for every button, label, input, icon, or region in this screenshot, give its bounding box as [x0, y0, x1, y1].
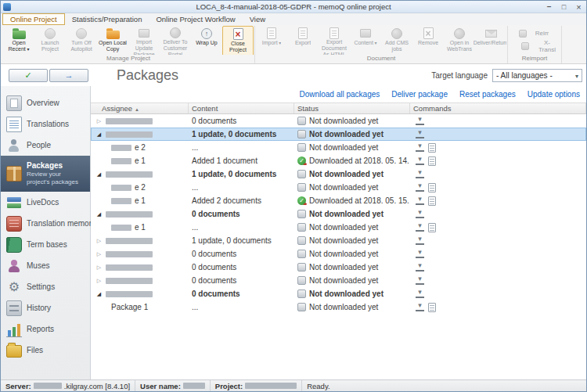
expand-toggle-icon[interactable]	[95, 251, 103, 257]
table-row[interactable]: 1 update, 0 documentsNot downloaded yet	[91, 234, 586, 247]
download-package-icon[interactable]	[415, 223, 425, 232]
sidebar-item-settings[interactable]: Settings	[1, 276, 90, 297]
download-package-icon[interactable]	[415, 290, 425, 299]
table-row[interactable]: e 1Added 2 documentsDownloaded at 2018. …	[91, 194, 586, 207]
sidebar-item-files[interactable]: Files	[1, 340, 90, 361]
collapse-toggle-icon[interactable]	[95, 291, 103, 297]
ribbon-group-label: Reimport	[509, 55, 560, 63]
blue-arrow-button[interactable]	[49, 69, 88, 82]
ribbon-button-open-in-webtrans[interactable]: Open in WebTrans	[444, 26, 475, 55]
commands-cell	[410, 196, 586, 206]
ribbon-button-deliver-to-customer-portal[interactable]: Deliver To Customer Portal	[160, 26, 191, 55]
ribbon-button-open-local-copy[interactable]: Open Local Copy	[97, 26, 128, 55]
link-reset-packages[interactable]: Reset packages	[459, 90, 516, 99]
ribbon-button-add-cms-jobs[interactable]: Add CMS jobs	[381, 26, 412, 55]
delivery-log-icon[interactable]	[428, 143, 436, 153]
ribbon-button-close-project[interactable]: Close Project	[222, 26, 254, 55]
ribbon-button-reimport[interactable]: Reimport	[510, 28, 552, 39]
table-row[interactable]: 0 documentsNot downloaded yet	[91, 287, 586, 300]
table-row[interactable]: 0 documentsNot downloaded yet	[91, 207, 586, 221]
download-package-icon[interactable]	[415, 156, 425, 166]
download-package-icon[interactable]	[415, 117, 425, 126]
table-row[interactable]: Package 1...Not downloaded yet	[91, 300, 586, 314]
download-package-icon[interactable]	[415, 170, 425, 179]
collapse-toggle-icon[interactable]	[95, 211, 103, 217]
expand-toggle-icon[interactable]	[95, 278, 103, 283]
table-header: AssigneeContentStatusCommands	[91, 102, 586, 114]
target-language-select[interactable]: - All languages -	[492, 69, 582, 82]
table-row[interactable]: e 1Added 1 documentDownloaded at 2018. 0…	[91, 154, 586, 167]
delivery-log-icon[interactable]	[428, 303, 436, 312]
tab-online-project[interactable]: Online Project	[2, 13, 65, 25]
download-package-icon[interactable]	[415, 143, 425, 153]
expand-toggle-icon[interactable]	[95, 118, 103, 124]
minimize-icon[interactable]	[542, 1, 556, 13]
ribbon-button-launch-project[interactable]: Launch Project	[34, 26, 66, 55]
ribbon-button-turn-off-autopilot[interactable]: Turn Off Autopilot	[66, 26, 97, 55]
tab-view[interactable]: View	[243, 13, 272, 25]
sidebar-item-translations[interactable]: Translations	[1, 113, 90, 135]
sidebar-item-term-bases[interactable]: Term bases	[1, 234, 90, 255]
ribbon-button-label: Launch Project	[34, 40, 66, 52]
download-package-icon[interactable]	[415, 303, 425, 312]
sidebar-item-overview[interactable]: Overview	[1, 92, 90, 113]
green-check-button[interactable]	[9, 69, 48, 82]
ribbon-button-deliver-return[interactable]: Deliver/Return	[475, 26, 506, 55]
download-package-icon[interactable]	[415, 250, 425, 259]
tab-online-project-workflow[interactable]: Online Project Workflow	[149, 13, 242, 25]
ribbon-button-import-update-package[interactable]: Import Update Package	[128, 26, 160, 55]
table-row[interactable]: 0 documentsNot downloaded yet	[91, 274, 586, 287]
ribbon-button-import[interactable]: Import	[256, 26, 287, 55]
sidebar-item-livedocs[interactable]: LiveDocs	[1, 192, 90, 213]
link-update-options[interactable]: Update options	[528, 90, 580, 99]
download-package-icon[interactable]	[415, 263, 425, 272]
table-row[interactable]: 0 documentsNot downloaded yet	[91, 114, 586, 128]
sidebar-item-history[interactable]: History	[1, 297, 90, 318]
table-row[interactable]: e 2...Not downloaded yet	[91, 141, 586, 154]
sidebar-item-muses[interactable]: Muses	[1, 255, 90, 276]
delivery-log-icon[interactable]	[428, 196, 436, 206]
download-package-icon[interactable]	[415, 130, 425, 139]
download-package-icon[interactable]	[415, 210, 425, 219]
close-icon[interactable]	[571, 1, 586, 13]
ribbon-button-export[interactable]: Export	[287, 26, 319, 55]
ribbon-button-x-translate[interactable]: X-Translate	[510, 41, 559, 52]
collapse-toggle-icon[interactable]	[95, 171, 103, 177]
ribbon-button-open-recent[interactable]: Open Recent	[3, 26, 34, 55]
download-package-icon[interactable]	[415, 236, 425, 246]
table-row[interactable]: e 2...Not downloaded yet	[91, 181, 586, 194]
delivery-log-icon[interactable]	[428, 183, 436, 192]
table-row[interactable]: 1 update, 0 documentsNot downloaded yet	[91, 167, 586, 181]
ribbon-button-label: Reimport	[535, 30, 549, 37]
table-row[interactable]: 0 documentsNot downloaded yet	[91, 261, 586, 274]
column-header-content[interactable]: Content	[189, 103, 294, 113]
expand-toggle-icon[interactable]	[95, 238, 103, 243]
ribbon-button-remove[interactable]: Remove	[412, 26, 444, 55]
download-package-icon[interactable]	[415, 196, 425, 206]
redacted-text	[111, 225, 131, 231]
sidebar-item-packages[interactable]: PackagesReview your project's packages	[1, 156, 90, 192]
expand-toggle-icon[interactable]	[95, 264, 103, 270]
link-deliver-package[interactable]: Deliver package	[391, 90, 448, 99]
download-package-icon[interactable]	[415, 183, 425, 192]
ribbon-button-content[interactable]: Content	[350, 26, 381, 55]
delivery-log-icon[interactable]	[428, 156, 436, 166]
download-package-icon[interactable]	[415, 276, 425, 286]
table-row[interactable]: e 1...Not downloaded yet	[91, 221, 586, 234]
collapse-toggle-icon[interactable]	[95, 131, 103, 137]
table-row[interactable]: 0 documentsNot downloaded yet	[91, 247, 586, 261]
maximize-icon[interactable]	[556, 1, 571, 13]
link-download-all-packages[interactable]: Download all packages	[299, 90, 380, 99]
sidebar-item-translation-memories[interactable]: Translation memories	[1, 213, 90, 234]
column-header-assignee[interactable]: Assignee	[91, 103, 189, 113]
ribbon-button-wrap-up[interactable]: Wrap Up	[191, 26, 222, 55]
ribbon-button-export-document-as-html[interactable]: Export Document As HTML	[319, 26, 350, 55]
column-header-commands[interactable]: Commands	[410, 103, 586, 113]
status-cell: Not downloaded yet	[294, 183, 410, 192]
table-row[interactable]: 1 update, 0 documentsNot downloaded yet	[91, 128, 586, 141]
sidebar-item-people[interactable]: People	[1, 135, 90, 156]
sidebar-item-reports[interactable]: Reports	[1, 318, 90, 340]
delivery-log-icon[interactable]	[428, 223, 436, 232]
tab-statistics-preparation[interactable]: Statistics/Preparation	[65, 13, 149, 25]
column-header-status[interactable]: Status	[294, 103, 410, 113]
